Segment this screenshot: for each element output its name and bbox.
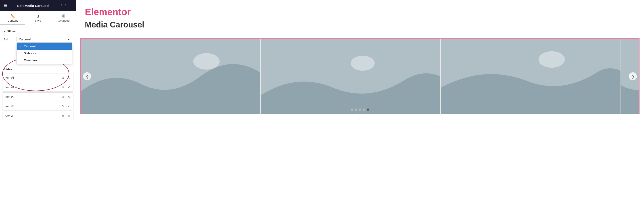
option-carousel-label: Carousel	[24, 45, 36, 48]
carousel-container: ❮ ❯	[80, 38, 640, 114]
carousel-slide-2	[261, 39, 440, 114]
page-title: Media Carousel	[85, 20, 635, 30]
carousel-slide-1	[81, 39, 260, 114]
item-2-label: Item #2	[5, 86, 59, 89]
sidebar-title: Edit Media Carousel	[17, 4, 49, 8]
skin-selected-value: Carousel	[19, 38, 30, 41]
content-icon: ✏️	[10, 14, 15, 18]
dropdown-chevron-icon: ▾	[68, 38, 70, 41]
grid-icon[interactable]: ⋮⋮⋮	[60, 3, 72, 8]
item-3-label: Item #3	[5, 95, 59, 98]
list-item: Item #4 ⧉ ✕	[2, 102, 74, 111]
item-5-copy-icon[interactable]: ⧉	[61, 114, 65, 118]
slides-section-title: Slides	[7, 30, 16, 33]
carousel-slide-3	[441, 39, 620, 114]
tab-content-label: Content	[8, 19, 18, 22]
carousel-dot-5[interactable]	[367, 108, 369, 111]
dropdown-option-carousel[interactable]: ✓ Carousel	[17, 43, 72, 50]
item-4-label: Item #4	[5, 105, 59, 108]
sidebar-content: ▼ Slides Skin Carousel ▾ ✓ Carousel	[0, 25, 76, 221]
sidebar: ☰ Edit Media Carousel ⋮⋮⋮ ✏️ Content ◑ S…	[0, 0, 76, 221]
option-slideshow-label: Slideshow	[24, 52, 37, 55]
main-content: Elementor Media Carousel	[76, 0, 644, 221]
section-arrow: ▼	[4, 30, 6, 32]
elementor-logo: Elementor	[85, 7, 635, 18]
carousel-prev-button[interactable]: ❮	[83, 72, 91, 80]
item-1-label: Item #1	[5, 76, 59, 79]
dashed-border	[80, 124, 640, 124]
slides-section-header: ▼ Slides	[0, 28, 76, 35]
style-icon: ◑	[36, 14, 40, 18]
tab-bar: ✏️ Content ◑ Style ⚙️ Advanced	[0, 11, 76, 25]
item-5-close-icon[interactable]: ✕	[66, 114, 71, 118]
item-3-close-icon[interactable]: ✕	[66, 95, 71, 99]
carousel-dot-4[interactable]	[363, 108, 365, 111]
skin-row: Skin Carousel ▾ ✓ Carousel Slideshow	[0, 35, 76, 44]
carousel-dot-1[interactable]	[351, 108, 353, 111]
tab-content[interactable]: ✏️ Content	[0, 11, 25, 25]
collapse-handle[interactable]: ‹	[76, 114, 644, 122]
item-1-close-icon[interactable]: ✕	[66, 76, 71, 80]
check-icon: ✓	[20, 45, 22, 48]
carousel-dot-3[interactable]	[359, 108, 361, 111]
carousel-track	[81, 39, 639, 114]
dropdown-option-coverflow[interactable]: Coverflow	[17, 57, 72, 64]
item-4-copy-icon[interactable]: ⧉	[61, 104, 65, 109]
tab-advanced[interactable]: ⚙️ Advanced	[50, 11, 76, 25]
item-1-copy-icon[interactable]: ⧉	[61, 75, 65, 80]
item-5-label: Item #5	[5, 114, 59, 118]
page-header: Elementor Media Carousel	[76, 0, 644, 38]
tab-advanced-label: Advanced	[57, 19, 70, 22]
tab-style[interactable]: ◑ Style	[25, 11, 50, 25]
carousel-next-button[interactable]: ❯	[629, 72, 637, 80]
list-item: Item #5 ⧉ ✕	[2, 112, 74, 120]
sidebar-header: ☰ Edit Media Carousel ⋮⋮⋮	[0, 0, 76, 11]
skin-dropdown-menu: ✓ Carousel Slideshow Coverflow	[16, 43, 72, 64]
skin-label: Skin	[4, 38, 15, 41]
dropdown-option-slideshow[interactable]: Slideshow	[17, 50, 72, 57]
slides-label: Slides	[0, 66, 76, 72]
svg-point-3	[351, 56, 375, 71]
collapse-icon: ‹	[359, 116, 361, 120]
carousel-dots	[351, 108, 369, 111]
skin-dropdown-wrapper: Carousel ▾ ✓ Carousel Slideshow Co	[16, 36, 72, 43]
item-3-copy-icon[interactable]: ⧉	[61, 94, 65, 99]
skin-dropdown-button[interactable]: Carousel ▾	[16, 36, 72, 43]
option-coverflow-label: Coverflow	[24, 58, 37, 62]
menu-icon[interactable]: ☰	[4, 3, 7, 8]
svg-point-1	[194, 53, 220, 70]
item-2-close-icon[interactable]: ✕	[66, 85, 71, 90]
list-item: Item #3 ⧉ ✕	[2, 92, 74, 101]
advanced-icon: ⚙️	[61, 14, 66, 18]
carousel-dot-2[interactable]	[355, 108, 357, 111]
header-left-icons: ☰	[4, 3, 7, 8]
header-right-icons: ⋮⋮⋮	[60, 3, 72, 8]
item-4-close-icon[interactable]: ✕	[66, 104, 71, 109]
list-item: Item #1 ⧉ ✕	[2, 73, 74, 82]
svg-point-5	[538, 51, 565, 68]
list-item: Item #2 ⧉ ✕	[2, 83, 74, 92]
item-2-copy-icon[interactable]: ⧉	[61, 85, 65, 90]
tab-style-label: Style	[34, 19, 41, 22]
